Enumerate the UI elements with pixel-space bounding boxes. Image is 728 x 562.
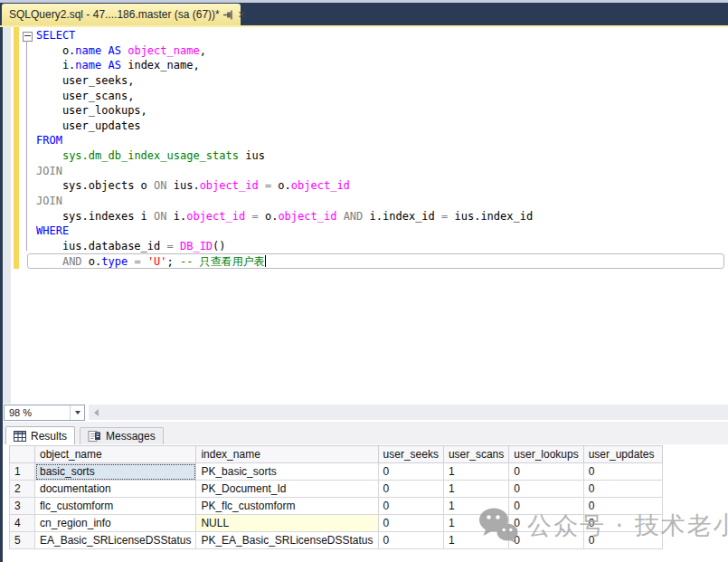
code-line: WHERE: [3, 224, 728, 239]
grid-cell[interactable]: NULL: [196, 515, 378, 532]
grid-cell[interactable]: 0: [583, 515, 662, 532]
grid-row-number[interactable]: 1: [10, 463, 35, 481]
zoom-level-value: 98 %: [5, 407, 70, 418]
grid-row-number[interactable]: 4: [10, 515, 35, 532]
close-icon[interactable]: ✕: [238, 7, 246, 22]
code-line: SELECT: [3, 28, 728, 43]
tab-results[interactable]: Results: [5, 426, 75, 444]
code-line: AND o.type = 'U'; -- 只查看用户表: [3, 254, 728, 270]
code-line: JOIN: [3, 164, 728, 179]
grid-cell[interactable]: 0: [509, 532, 583, 549]
grid-cell[interactable]: PK_Document_Id: [196, 481, 378, 498]
tab-messages-label: Messages: [106, 430, 156, 443]
grid-cell[interactable]: 0: [583, 481, 662, 498]
grid-cell[interactable]: PK_basic_sorts: [196, 463, 378, 481]
grid-column-header[interactable]: user_updates: [583, 446, 662, 463]
grid-cell[interactable]: 1: [443, 498, 508, 515]
results-grid-area: object_nameindex_nameuser_seeksuser_scan…: [3, 444, 728, 562]
grid-cell[interactable]: 0: [583, 532, 662, 549]
grid-cell[interactable]: PK_flc_customform: [196, 498, 378, 515]
grid-row-number[interactable]: 3: [10, 498, 35, 515]
code-line: i.name AS index_name,: [3, 58, 728, 73]
table-row: 1basic_sortsPK_basic_sorts0100: [10, 463, 663, 481]
grid-cell[interactable]: EA_Basic_SRLicenseDSStatus: [35, 532, 196, 549]
grid-cell[interactable]: 0: [509, 515, 583, 532]
sql-editor[interactable]: SELECT o.name AS object_name, i.name AS …: [3, 27, 728, 404]
ssms-window: SQLQuery2.sql - 47....186.master (sa (67…: [0, 0, 728, 562]
document-tab[interactable]: SQLQuery2.sql - 47....186.master (sa (67…: [2, 4, 241, 25]
messages-icon: [88, 430, 101, 443]
code-line: sys.indexes i ON i.object_id = o.object_…: [3, 209, 728, 224]
editor-bottom-bar: 98 %: [3, 404, 728, 422]
code-line: JOIN: [3, 194, 728, 209]
results-grid: object_nameindex_nameuser_seeksuser_scan…: [9, 445, 663, 549]
code-line: sys.objects o ON ius.object_id = o.objec…: [3, 178, 728, 194]
zoom-level-combo[interactable]: 98 %: [4, 405, 85, 421]
grid-column-header[interactable]: user_lookups: [509, 446, 583, 463]
code-lines: SELECT o.name AS object_name, i.name AS …: [3, 28, 728, 269]
grid-row-number[interactable]: 5: [10, 532, 35, 549]
grid-cell[interactable]: 0: [509, 498, 583, 515]
document-tab-title: SQLQuery2.sql - 47....186.master (sa (67…: [9, 8, 220, 21]
grid-cell[interactable]: 0: [378, 498, 443, 515]
results-pane: Results Messages object_nameindex_nameus…: [3, 426, 728, 562]
grid-cell[interactable]: 1: [443, 463, 508, 481]
grid-cell[interactable]: basic_sorts: [35, 463, 196, 481]
grid-row-number[interactable]: 2: [10, 481, 35, 498]
pin-icon[interactable]: [222, 7, 236, 22]
grid-cell[interactable]: 0: [509, 481, 583, 498]
grid-header-row: object_nameindex_nameuser_seeksuser_scan…: [10, 446, 663, 463]
grid-column-header[interactable]: object_name: [35, 446, 196, 463]
grid-cell[interactable]: 0: [378, 532, 443, 549]
grid-cell[interactable]: 0: [378, 481, 443, 498]
table-row: 3flc_customformPK_flc_customform0100: [10, 498, 663, 515]
code-line: ius.database_id = DB_ID(): [3, 239, 728, 254]
table-row: 5EA_Basic_SRLicenseDSStatusPK_EA_Basic_S…: [10, 532, 663, 549]
code-line: user_seeks,: [3, 73, 728, 89]
grid-column-header[interactable]: index_name: [196, 446, 378, 463]
grid-cell[interactable]: 0: [583, 498, 662, 515]
code-line: sys.dm_db_index_usage_stats ius: [3, 148, 728, 164]
grid-corner-header[interactable]: [10, 446, 35, 463]
table-row: 2documentationPK_Document_Id0100: [10, 481, 663, 498]
grid-cell[interactable]: 1: [443, 481, 508, 498]
grid-column-header[interactable]: user_seeks: [378, 446, 443, 463]
scroll-left-arrow-icon[interactable]: [94, 409, 99, 416]
grid-cell[interactable]: 1: [443, 532, 508, 549]
grid-cell[interactable]: documentation: [35, 481, 196, 498]
tab-results-label: Results: [31, 430, 67, 443]
horizontal-scrollbar[interactable]: [89, 405, 728, 420]
grid-cell[interactable]: flc_customform: [35, 498, 196, 515]
grid-column-header[interactable]: user_scans: [443, 446, 508, 463]
grid-cell[interactable]: 0: [378, 463, 443, 481]
table-row: 4cn_region_infoNULL0100: [10, 515, 663, 532]
code-line: user_lookups,: [3, 103, 728, 119]
grid-cell[interactable]: PK_EA_Basic_SRLicenseDSStatus: [196, 532, 378, 549]
results-grid-icon: [14, 431, 26, 442]
grid-cell[interactable]: 0: [378, 515, 443, 532]
code-line: FROM: [3, 133, 728, 148]
tab-messages[interactable]: Messages: [80, 427, 164, 444]
grid-cell[interactable]: 0: [583, 463, 662, 481]
code-line: user_updates: [3, 119, 728, 134]
code-line: user_scans,: [3, 89, 728, 104]
grid-cell[interactable]: 0: [509, 463, 583, 481]
text-caret: [265, 255, 266, 267]
code-line: o.name AS object_name,: [3, 43, 728, 59]
grid-cell[interactable]: 1: [443, 515, 508, 532]
grid-cell[interactable]: cn_region_info: [35, 515, 196, 532]
grid-body: 1basic_sortsPK_basic_sorts01002documenta…: [10, 463, 663, 549]
chevron-down-icon[interactable]: [70, 405, 84, 420]
